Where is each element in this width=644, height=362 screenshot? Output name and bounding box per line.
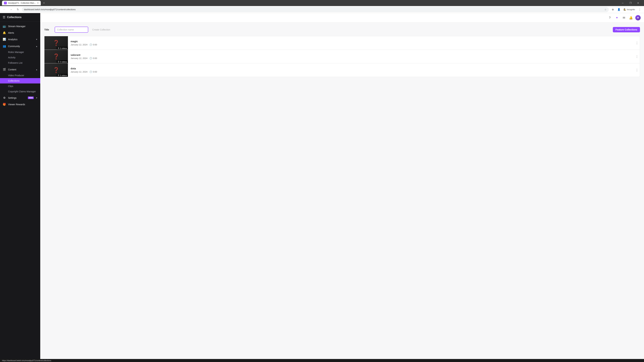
collection-icon: ☰	[58, 47, 59, 49]
status-bar: https://dashboard.twitch.tv/u/moodjoy071…	[0, 359, 644, 362]
mail-icon: ✉	[623, 16, 625, 19]
video-count: 0 videos	[60, 74, 67, 76]
video-producer-label: Video Producer	[8, 74, 24, 77]
filter-title: Title	[44, 28, 53, 31]
thumbnail-overlay: ☰ 0 videos	[57, 74, 68, 77]
thumbnail-question-icon: ❓	[53, 53, 60, 60]
collection-date: January 12, 2024	[70, 43, 88, 46]
collection-date: January 12, 2024	[70, 70, 88, 73]
collection-menu-button[interactable]: ⋮	[634, 67, 640, 73]
sidebar-sub-item-roles-manager[interactable]: Roles Manager	[0, 49, 40, 55]
collection-icon: ☰	[58, 61, 59, 63]
analytics-icon: 📊	[3, 38, 6, 41]
sidebar-menu-button[interactable]: ☰	[3, 15, 5, 19]
thumbnail-question-icon: ❓	[53, 40, 60, 46]
stream-manager-icon: 📺	[3, 25, 6, 28]
collection-duration: 🕐 0:00	[90, 57, 97, 59]
sidebar-item-community[interactable]: 👥 Community ▲	[0, 43, 40, 49]
collection-date: January 12, 2024	[70, 57, 88, 59]
sidebar-header: ☰ Collections	[0, 13, 40, 22]
user-avatar[interactable]: M	[635, 15, 641, 20]
analytics-chevron-icon: ▼	[36, 38, 38, 40]
sidebar-item-content-label: Content	[8, 68, 34, 71]
collection-name-input[interactable]	[55, 27, 88, 33]
clock-icon: 🕐	[90, 70, 92, 73]
settings-new-badge: NEW	[28, 96, 34, 99]
sidebar: ☰ Collections 📺 Stream Manager 🔔 Alerts …	[0, 13, 40, 362]
url-input[interactable]	[24, 8, 604, 11]
browser-titlebar: T moodjoy071 - Collection Man... ✕ + ─ ❐…	[0, 0, 644, 6]
browser-toolbar: ← → ↻ ☆ ⊕ 👤 🕵 Incognito ⋮	[0, 6, 644, 13]
roles-manager-label: Roles Manager	[8, 51, 24, 53]
sidebar-item-settings[interactable]: ⚙ Settings NEW ▼	[0, 94, 40, 101]
settings-icon: ⚙	[3, 96, 6, 99]
collection-list: ❓ ☰ 0 videos magic January 12, 2024 🕐 0:…	[44, 36, 640, 77]
clips-label: Clips	[8, 85, 13, 87]
bookmark-icon[interactable]: ☆	[604, 8, 606, 11]
more-button[interactable]: ⋮	[637, 7, 642, 12]
mail-button[interactable]: ✉	[621, 15, 626, 20]
sidebar-item-content[interactable]: 🎬 Content ▲	[0, 66, 40, 73]
collection-info: valorant January 12, 2024 🕐 0:00	[68, 51, 634, 61]
sidebar-sub-item-copyright-claims[interactable]: Copyright Claims Manager	[0, 89, 40, 94]
help-button[interactable]: ?	[607, 15, 612, 20]
minimize-button[interactable]: ─	[619, 0, 626, 6]
collection-thumbnail: ❓ ☰ 0 videos	[44, 50, 68, 63]
feature-collections-button[interactable]: Feature Collections	[613, 27, 640, 32]
sidebar-sub-item-followers-list[interactable]: Followers List	[0, 60, 40, 65]
bell-icon: 🔔	[629, 16, 633, 19]
header-right: ? ✦ ✉ 🔔 M	[607, 15, 641, 20]
sidebar-item-settings-label: Settings	[8, 96, 25, 99]
sidebar-sub-item-video-producer[interactable]: Video Producer	[0, 73, 40, 78]
thumbnail-question-icon: ❓	[53, 67, 60, 73]
tab-close-button[interactable]: ✕	[37, 2, 39, 4]
browser-tab[interactable]: T moodjoy071 - Collection Man... ✕	[2, 1, 41, 5]
tab-title: moodjoy071 - Collection Man...	[8, 2, 36, 4]
community-icon: 👥	[3, 44, 6, 48]
new-tab-button[interactable]: +	[42, 1, 46, 5]
collection-menu-button[interactable]: ⋮	[634, 40, 640, 46]
sidebar-section-content: 🎬 Content ▲ Video Producer Collections C…	[0, 66, 40, 94]
profile-button[interactable]: 👤	[616, 7, 622, 12]
sidebar-item-community-label: Community	[8, 45, 34, 48]
forward-button[interactable]: →	[8, 7, 14, 12]
settings-chevron-icon: ▼	[36, 97, 38, 99]
sidebar-sub-item-collections[interactable]: Collections	[0, 78, 40, 83]
collection-menu-button[interactable]: ⋮	[634, 53, 640, 60]
browser-frame: T moodjoy071 - Collection Man... ✕ + ─ ❐…	[0, 0, 644, 13]
sidebar-item-viewer-rewards[interactable]: 🎁 Viewer Rewards	[0, 101, 40, 108]
video-count: 0 videos	[60, 61, 67, 63]
app-container: ☰ Collections 📺 Stream Manager 🔔 Alerts …	[0, 13, 644, 362]
close-button[interactable]: ✕	[634, 0, 642, 6]
incognito-icon: 🕵	[624, 8, 626, 11]
collection-duration: 🕐 0:00	[90, 70, 97, 73]
collection-item[interactable]: ❓ ☰ 0 videos magic January 12, 2024 🕐 0:…	[44, 36, 640, 50]
create-collection-button[interactable]: Create Collection	[90, 27, 112, 32]
collection-name: valorant	[70, 53, 632, 56]
maximize-button[interactable]: ❐	[626, 0, 634, 6]
main-header: ? ✦ ✉ 🔔 M	[40, 13, 644, 23]
rewards-button[interactable]: ✦	[614, 15, 620, 20]
activity-label: Activity	[8, 56, 16, 59]
collection-item[interactable]: ❓ ☰ 0 videos dota January 12, 2024 🕐 0:0…	[44, 63, 640, 77]
sidebar-item-analytics[interactable]: 📊 Analytics ▼	[0, 36, 40, 42]
toolbar-actions: ⊕ 👤 🕵 Incognito ⋮	[610, 7, 642, 12]
sidebar-sub-item-clips[interactable]: Clips	[0, 83, 40, 89]
extensions-button[interactable]: ⊕	[610, 7, 616, 12]
collection-item[interactable]: ❓ ☰ 0 videos valorant January 12, 2024 🕐…	[44, 50, 640, 63]
sidebar-title: Collections	[7, 16, 22, 19]
sidebar-section-community: 👥 Community ▲ Roles Manager Activity Fol…	[0, 42, 40, 66]
sidebar-item-alerts[interactable]: 🔔 Alerts	[0, 29, 40, 36]
content-icon: 🎬	[3, 68, 6, 71]
collection-meta: January 12, 2024 🕐 0:00	[70, 43, 632, 46]
viewer-rewards-icon: 🎁	[3, 103, 6, 106]
address-bar[interactable]: ☆	[22, 7, 609, 12]
back-button[interactable]: ←	[2, 7, 7, 12]
sidebar-item-stream-manager[interactable]: 📺 Stream Manager	[0, 23, 40, 29]
collection-duration: 🕐 0:00	[90, 43, 97, 46]
refresh-button[interactable]: ↻	[15, 7, 20, 12]
notification-bell-button[interactable]: 🔔	[628, 15, 634, 20]
collection-name: magic	[70, 40, 632, 43]
tab-favicon: T	[4, 2, 7, 4]
sidebar-sub-item-activity[interactable]: Activity	[0, 55, 40, 60]
